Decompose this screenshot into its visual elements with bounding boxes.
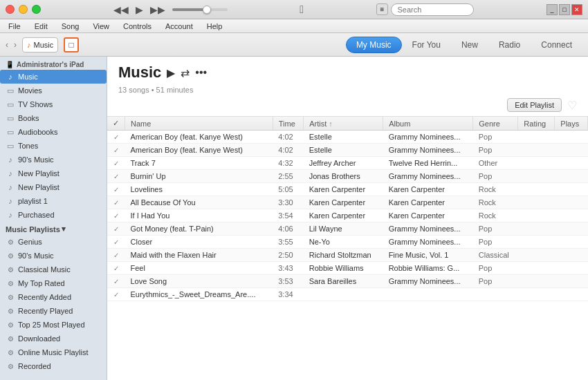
heart-button[interactable]: ♡: [567, 99, 577, 112]
col-rating[interactable]: Rating: [518, 117, 555, 131]
back-button[interactable]: ◀◀: [113, 4, 129, 15]
sidebar-item-books[interactable]: ▭ Books: [0, 111, 107, 125]
sidebar-label-downloaded: Downloaded: [18, 334, 60, 343]
win-restore[interactable]: □: [559, 4, 570, 15]
sidebar-item-movies[interactable]: ▭ Movies: [0, 84, 107, 97]
sidebar-item-90s[interactable]: ♪ 90's Music: [0, 153, 107, 167]
table-row[interactable]: ✓ All Because Of You 3:30 Karen Carpente…: [107, 196, 588, 209]
sidebar-item-genius[interactable]: ⚙ Genius: [0, 235, 107, 249]
more-button[interactable]: •••: [195, 66, 207, 79]
table-row[interactable]: ✓ Eurythmics_-_Sweet_Dreams_Are.... 3:34: [107, 288, 588, 301]
content-toolbar: Edit Playlist ♡: [107, 98, 588, 116]
win-minimize[interactable]: _: [546, 4, 558, 15]
device-button[interactable]: □: [64, 37, 79, 53]
col-name[interactable]: Name: [125, 117, 273, 131]
sidebar-item-90s-music-pl[interactable]: ⚙ 90's Music: [0, 249, 107, 263]
cell-rating: [518, 157, 555, 170]
sidebar-item-playlist1[interactable]: ♪ playlist 1: [0, 194, 107, 208]
close-button[interactable]: [6, 5, 15, 14]
play-button[interactable]: ▶: [136, 4, 143, 15]
sidebar-item-new-playlist-1[interactable]: ♪ New Playlist: [0, 167, 107, 180]
sidebar-item-new-playlist-2[interactable]: ♪ New Playlist: [0, 180, 107, 194]
tab-for-you[interactable]: For You: [402, 37, 451, 53]
win-close[interactable]: ✕: [571, 4, 582, 15]
edit-playlist-button[interactable]: Edit Playlist: [507, 98, 562, 112]
nav-forward-button[interactable]: ›: [14, 40, 17, 50]
sidebar: 📱 Administrator's iPad ♪ Music ▭ Movies …: [0, 57, 107, 380]
chevron-down-icon: ▾: [62, 225, 66, 234]
table-row[interactable]: ✓ Love Song 3:53 Sara Bareilles Grammy N…: [107, 275, 588, 288]
cell-rating: [518, 183, 555, 196]
sidebar-item-top25[interactable]: ⚙ Top 25 Most Played: [0, 318, 107, 332]
menu-file[interactable]: File: [6, 22, 24, 30]
menu-song[interactable]: Song: [59, 22, 82, 30]
cell-plays: [555, 157, 588, 170]
col-album[interactable]: Album: [383, 117, 473, 131]
tab-radio[interactable]: Radio: [488, 37, 531, 53]
list-view-button[interactable]: ≡: [376, 3, 389, 15]
menu-edit[interactable]: Edit: [32, 22, 50, 30]
table-row[interactable]: ✓ Track 7 4:32 Jeffrey Archer Twelve Red…: [107, 157, 588, 170]
sidebar-item-online-music[interactable]: ⚙ Online Music Playlist: [0, 345, 107, 359]
sidebar-item-purchased[interactable]: ♪ Purchased: [0, 208, 107, 222]
cell-genre: Rock: [473, 183, 518, 196]
cell-genre: Pop: [473, 262, 518, 275]
cell-rating: [518, 288, 555, 301]
cell-artist: Karen Carpenter: [304, 196, 383, 209]
sidebar-item-recently-played[interactable]: ⚙ Recently Played: [0, 304, 107, 318]
play-all-button[interactable]: ▶: [167, 66, 175, 79]
col-artist[interactable]: Artist: [304, 117, 383, 131]
col-time[interactable]: Time: [273, 117, 304, 131]
col-plays[interactable]: Plays: [555, 117, 588, 131]
cell-name: American Boy (feat. Kanye West): [125, 131, 273, 144]
table-row[interactable]: ✓ Lovelines 5:05 Karen Carpenter Karen C…: [107, 183, 588, 196]
menu-account[interactable]: Account: [163, 22, 196, 30]
menu-controls[interactable]: Controls: [120, 22, 154, 30]
col-check[interactable]: ✓: [107, 117, 125, 131]
cell-album: Karen Carpenter: [383, 209, 473, 222]
cell-artist: Karen Carpenter: [304, 209, 383, 222]
nav-back-button[interactable]: ‹: [6, 40, 8, 50]
menu-view[interactable]: View: [90, 22, 112, 30]
sidebar-label-new-playlist-2: New Playlist: [18, 183, 59, 191]
table-row[interactable]: ✓ American Boy (feat. Kanye West) 4:02 E…: [107, 144, 588, 157]
cell-plays: [555, 183, 588, 196]
cell-album: Grammy Nominees...: [383, 222, 473, 236]
music-playlists-header[interactable]: Music Playlists ▾: [0, 222, 107, 235]
volume-thumb[interactable]: [203, 6, 211, 14]
table-row[interactable]: ✓ Maid with the Flaxen Hair 2:50 Richard…: [107, 249, 588, 262]
cell-artist: Sara Bareilles: [304, 275, 383, 288]
table-row[interactable]: ✓ Got Money (feat. T-Pain) 4:06 Lil Wayn…: [107, 222, 588, 236]
minimize-button[interactable]: [19, 5, 28, 14]
sidebar-item-music[interactable]: ♪ Music: [0, 70, 107, 84]
forward-button[interactable]: ▶▶: [150, 4, 165, 15]
sidebar-item-downloaded[interactable]: ⚙ Downloaded: [0, 332, 107, 345]
search-input[interactable]: [391, 3, 474, 16]
volume-slider[interactable]: [172, 8, 228, 11]
table-row[interactable]: ✓ Closer 3:55 Ne-Yo Grammy Nominees... P…: [107, 236, 588, 249]
table-row[interactable]: ✓ Burnin' Up 2:55 Jonas Brothers Grammy …: [107, 170, 588, 183]
nav-tabs: My Music For You New Radio Connect: [346, 37, 582, 53]
tab-connect[interactable]: Connect: [531, 37, 582, 53]
table-row[interactable]: ✓ Feel 3:43 Robbie Williams Robbie Willi…: [107, 262, 588, 275]
sidebar-item-audiobooks[interactable]: ▭ Audiobooks: [0, 125, 107, 139]
playlist-90s-icon: ♪: [6, 155, 15, 164]
sidebar-item-recently-added[interactable]: ⚙ Recently Added: [0, 290, 107, 304]
table-row[interactable]: ✓ American Boy (feat. Kanye West) 4:02 E…: [107, 131, 588, 144]
sidebar-item-classical[interactable]: ⚙ Classical Music: [0, 263, 107, 276]
sidebar-item-tvshows[interactable]: ▭ TV Shows: [0, 97, 107, 111]
sidebar-item-recorded[interactable]: ⚙ Recorded: [0, 359, 107, 373]
tab-new[interactable]: New: [451, 37, 488, 53]
cell-name: Feel: [125, 262, 273, 275]
col-genre[interactable]: Genre: [473, 117, 518, 131]
tab-my-music[interactable]: My Music: [346, 37, 402, 53]
cell-genre: [473, 288, 518, 301]
menu-help[interactable]: Help: [204, 22, 226, 30]
shuffle-button[interactable]: ⇄: [181, 66, 190, 79]
table-row[interactable]: ✓ If I Had You 3:54 Karen Carpenter Kare…: [107, 209, 588, 222]
music-table: ✓ Name Time Artist Album Genre Rating Pl…: [107, 116, 588, 380]
sidebar-label-new-playlist-1: New Playlist: [18, 169, 59, 178]
maximize-button[interactable]: [32, 5, 41, 14]
sidebar-item-my-top-rated[interactable]: ⚙ My Top Rated: [0, 276, 107, 290]
sidebar-item-tones[interactable]: ▭ Tones: [0, 139, 107, 153]
